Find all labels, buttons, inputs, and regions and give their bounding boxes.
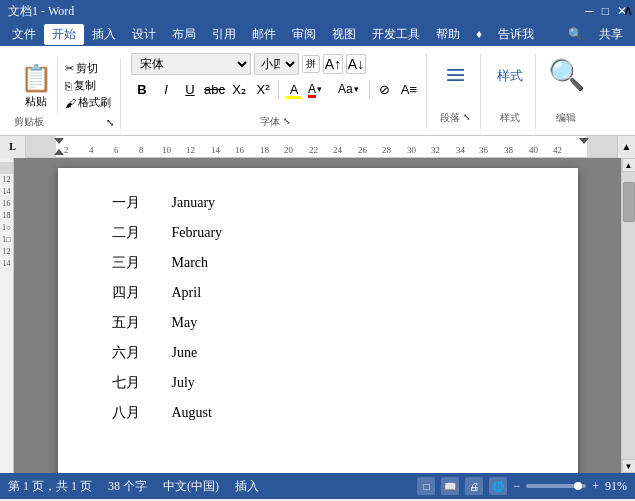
menu-references[interactable]: 引用: [204, 24, 244, 45]
v-ruler-1c: 12: [3, 248, 11, 256]
indent-top-marker: [54, 138, 64, 144]
text-highlight-button[interactable]: A: [283, 78, 305, 100]
menu-layout[interactable]: 布局: [164, 24, 204, 45]
zoom-plus[interactable]: +: [592, 479, 599, 494]
print-mode-icon[interactable]: 🖨: [465, 477, 483, 495]
bold-button[interactable]: B: [131, 78, 153, 100]
table-row: 七月July: [108, 368, 538, 398]
highlight-icon: A: [290, 82, 299, 97]
text-effect-button[interactable]: A≡: [398, 78, 420, 100]
clipboard-expand-icon[interactable]: ⤡: [106, 117, 114, 128]
menu-help[interactable]: 帮助: [428, 24, 468, 45]
paragraph-group: ≡ 段落 ⤡: [431, 53, 481, 129]
scroll-down-button[interactable]: ▼: [622, 459, 636, 473]
font-group-footer: 字体 ⤡: [260, 113, 291, 129]
ruler-num-16: 16: [235, 145, 244, 155]
document-area: 12 14 16 18 1○ 1□ 12 14 一月January二月Febru…: [0, 158, 635, 473]
menu-tellme[interactable]: 告诉我: [490, 24, 542, 45]
font-size-text-button[interactable]: Aa ▾: [337, 78, 365, 100]
read-mode-icon[interactable]: 📖: [441, 477, 459, 495]
font-aa-icon: Aa: [338, 82, 353, 96]
menu-dev[interactable]: 开发工具: [364, 24, 428, 45]
font-format-row: B I U abc X₂ X² A A ▾ Aa: [131, 78, 420, 100]
zoom-level[interactable]: 91%: [605, 479, 627, 494]
scroll-up-button[interactable]: ▲: [622, 158, 636, 172]
maximize-btn[interactable]: □: [602, 4, 609, 19]
clipboard-small-buttons: ✂ 剪切 ⎘ 复制 🖌 格式刷: [62, 58, 114, 113]
ruler-margin-left: [26, 136, 56, 157]
superscript-button[interactable]: X²: [252, 78, 274, 100]
style-preview: 样式: [497, 67, 523, 85]
font-shrink-button[interactable]: A↓: [346, 54, 366, 74]
menu-search[interactable]: 🔍: [560, 25, 591, 44]
font-aa-dropdown-icon[interactable]: ▾: [354, 84, 359, 94]
paragraph-expand-icon[interactable]: ⤡: [463, 112, 471, 122]
font-grow-button[interactable]: A↑: [323, 54, 343, 74]
menu-diamond[interactable]: ♦: [468, 25, 490, 44]
document-page[interactable]: 一月January二月February三月March四月April五月May六月…: [58, 168, 578, 473]
font-color-dropdown-icon[interactable]: ▾: [317, 84, 322, 94]
menu-view[interactable]: 视图: [324, 24, 364, 45]
ruler-num-36: 36: [479, 145, 488, 155]
font-color-icon: A: [308, 82, 316, 96]
menu-home[interactable]: 开始: [44, 24, 84, 45]
ruler-num-30: 30: [407, 145, 416, 155]
ribbon-collapse-button[interactable]: ∧: [623, 2, 633, 19]
minimize-btn[interactable]: ─: [585, 4, 594, 19]
menu-design[interactable]: 设计: [124, 24, 164, 45]
web-mode-icon[interactable]: 🌐: [489, 477, 507, 495]
ruler-tab-icon[interactable]: L: [0, 136, 26, 158]
search-icon-big[interactable]: 🔍: [548, 57, 585, 92]
ruler-num-8: 8: [139, 145, 144, 155]
ruler-num-32: 32: [431, 145, 440, 155]
copy-button[interactable]: ⎘ 复制: [62, 77, 114, 94]
paragraph-group-footer: 段落 ⤡: [440, 109, 471, 125]
ruler-scroll-button[interactable]: ▲: [617, 136, 635, 158]
menu-mail[interactable]: 邮件: [244, 24, 284, 45]
ruler-num-14: 14: [211, 145, 220, 155]
zoom-minus[interactable]: −: [513, 479, 520, 494]
ruler-num-2: 2: [64, 145, 69, 155]
font-size-select[interactable]: 小四: [254, 53, 299, 75]
ribbon: 📋 粘贴 ✂ 剪切 ⎘ 复制 🖌 格式刷 剪贴板 ⤡: [0, 46, 635, 136]
ruler-num-24: 24: [333, 145, 342, 155]
paragraph-label: 段落: [440, 111, 460, 125]
menu-insert[interactable]: 插入: [84, 24, 124, 45]
style-label: 样式: [500, 111, 520, 125]
clear-format-button[interactable]: ⊘: [374, 78, 396, 100]
font-color-button[interactable]: A ▾: [307, 78, 335, 100]
font-name-select[interactable]: 宋体: [131, 53, 251, 75]
menu-file[interactable]: 文件: [4, 24, 44, 45]
menu-review[interactable]: 审阅: [284, 24, 324, 45]
ruler-margin-right: [587, 136, 617, 157]
page-info: 第 1 页，共 1 页: [8, 478, 92, 495]
copy-icon: ⎘: [65, 80, 72, 92]
strikethrough-button[interactable]: abc: [203, 78, 226, 100]
ruler-num-4: 4: [89, 145, 94, 155]
font-group-label: 字体: [260, 115, 280, 129]
separator2: [369, 80, 370, 98]
months-table: 一月January二月February三月March四月April五月May六月…: [108, 188, 538, 428]
wubi-button[interactable]: 拼: [302, 55, 320, 73]
month-cn-cell: 七月: [108, 368, 168, 398]
title-text: 文档1 - Word: [8, 3, 74, 20]
ruler-num-12: 12: [186, 145, 195, 155]
menu-share[interactable]: 共享: [591, 24, 631, 45]
scroll-track: [622, 172, 636, 459]
underline-button[interactable]: U: [179, 78, 201, 100]
format-painter-button[interactable]: 🖌 格式刷: [62, 94, 114, 111]
scroll-thumb[interactable]: [623, 182, 635, 222]
italic-button[interactable]: I: [155, 78, 177, 100]
paste-button[interactable]: 📋 粘贴: [14, 58, 58, 113]
ruler-num-6: 6: [114, 145, 119, 155]
insert-mode[interactable]: 插入: [235, 478, 259, 495]
subscript-button[interactable]: X₂: [228, 78, 250, 100]
title-bar: 文档1 - Word ─ □ ✕: [0, 0, 635, 22]
font-expand-icon[interactable]: ⤡: [283, 116, 291, 126]
cut-button[interactable]: ✂ 剪切: [62, 60, 114, 77]
table-row: 五月May: [108, 308, 538, 338]
clipboard-group: 📋 粘贴 ✂ 剪切 ⎘ 复制 🖌 格式刷 剪贴板 ⤡: [8, 58, 121, 129]
v-ruler-18: 18: [3, 212, 11, 220]
focus-mode-icon[interactable]: □: [417, 477, 435, 495]
zoom-slider[interactable]: [526, 484, 586, 488]
